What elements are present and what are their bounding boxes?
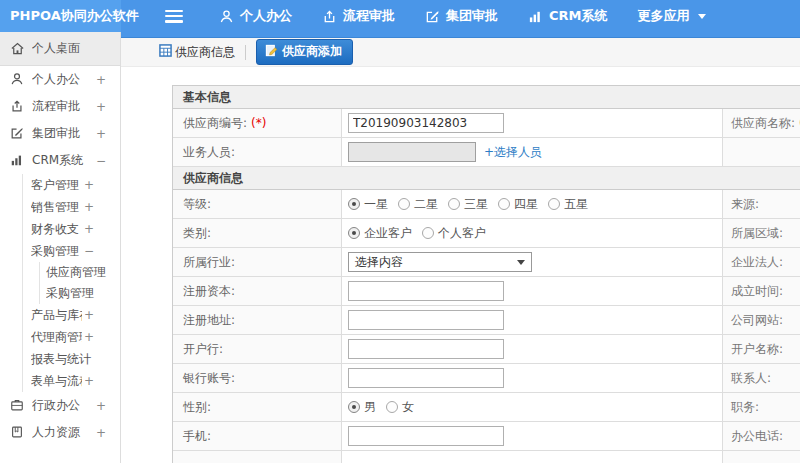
sidebar-item-label: 集团审批: [32, 125, 94, 142]
sidebar-item-label: 财务收支: [31, 221, 82, 238]
registered-address-input[interactable]: [348, 310, 504, 330]
field-label: 手机:: [173, 422, 342, 450]
mobile-input[interactable]: [348, 426, 504, 446]
collapse-icon[interactable]: −: [84, 244, 94, 258]
field-label: 公司网站:: [723, 306, 800, 334]
nav-group-approval[interactable]: 集团审批: [425, 7, 498, 25]
sidebar-item-purchase-management[interactable]: 采购管理 −: [23, 240, 120, 262]
nav-workflow-approval[interactable]: 流程审批: [322, 7, 395, 25]
required-marker: (*): [251, 116, 266, 130]
radio-icon[interactable]: [498, 198, 510, 210]
purchase-submenu: 供应商管理 采购管理: [39, 262, 120, 304]
radio-icon[interactable]: [386, 401, 398, 413]
radio-male[interactable]: 男: [348, 399, 376, 416]
field-label: 联系人:: [723, 364, 800, 392]
supplier-add-form: 基本信息 供应商编号: (*) 供应商名称: (*) 业务人员: +选择人员 供…: [172, 85, 800, 463]
radio-icon[interactable]: [348, 227, 360, 239]
expand-icon[interactable]: +: [84, 222, 94, 236]
bank-account-input[interactable]: [348, 368, 504, 388]
radio-grade-3star[interactable]: 三星: [448, 196, 488, 213]
radio-icon[interactable]: [422, 227, 434, 239]
sidebar-item-reports-statistics[interactable]: 报表与统计: [23, 348, 120, 370]
sidebar-item-finance[interactable]: 财务收支 +: [23, 218, 120, 240]
tab-separator: [245, 45, 246, 60]
tab-supplier-info[interactable]: 供应商信息: [159, 44, 235, 61]
sidebar-item-crm-system[interactable]: CRM系统 −: [0, 147, 120, 174]
field-cell: +选择人员: [342, 138, 723, 166]
radio-icon[interactable]: [398, 198, 410, 210]
form-row-industry: 所属行业: 选择内容 企业法人:: [173, 248, 800, 277]
sidebar-item-personal-desktop[interactable]: 个人桌面: [0, 32, 120, 66]
radio-grade-2star[interactable]: 二星: [398, 196, 438, 213]
collapse-icon[interactable]: −: [96, 154, 106, 168]
sidebar-item-label: 供应商管理: [46, 264, 110, 281]
radio-female[interactable]: 女: [386, 399, 414, 416]
sidebar-item-supplier-management[interactable]: 供应商管理: [40, 262, 120, 283]
field-label: 注册资本:: [173, 277, 342, 305]
expand-icon[interactable]: +: [96, 399, 106, 413]
sidebar-item-purchasing[interactable]: 采购管理: [40, 283, 120, 304]
nav-label: 流程审批: [343, 7, 395, 25]
field-label: [723, 451, 800, 463]
registered-capital-input[interactable]: [348, 281, 504, 301]
tab-supplier-add[interactable]: 供应商添加: [256, 39, 353, 65]
expand-icon[interactable]: +: [84, 200, 94, 214]
sidebar-item-label: CRM系统: [32, 152, 94, 169]
sidebar-item-personal-office[interactable]: 个人办公 +: [0, 66, 120, 93]
sidebar-item-sales-management[interactable]: 销售管理 +: [23, 196, 120, 218]
radio-grade-5star[interactable]: 五星: [548, 196, 588, 213]
radio-icon[interactable]: [548, 198, 560, 210]
field-label: 供应商名称: (*): [723, 109, 800, 137]
field-cell: [342, 109, 723, 137]
sidebar-item-label: 代理商管理: [31, 329, 82, 346]
radio-grade-4star[interactable]: 四星: [498, 196, 538, 213]
home-icon: [10, 41, 25, 56]
radio-icon[interactable]: [348, 198, 360, 210]
caret-down-icon: [517, 260, 525, 265]
radio-icon[interactable]: [448, 198, 460, 210]
tab-bar: 供应商信息 供应商添加: [121, 38, 800, 67]
sidebar-item-agent-management[interactable]: 代理商管理 +: [23, 326, 120, 348]
expand-icon[interactable]: +: [96, 73, 106, 87]
field-label: 业务人员:: [173, 138, 342, 166]
form-row-business-staff: 业务人员: +选择人员: [173, 138, 800, 167]
field-cell: 企业客户 个人客户: [342, 219, 723, 247]
bank-input[interactable]: [348, 339, 504, 359]
field-label: 来源:: [723, 190, 800, 218]
sidebar-item-product-inventory[interactable]: 产品与库存 +: [23, 304, 120, 326]
expand-icon[interactable]: +: [84, 374, 94, 388]
supplier-no-input[interactable]: [348, 113, 504, 133]
sidebar-item-administrative-office[interactable]: 行政办公 +: [0, 392, 120, 419]
sidebar-item-label: 个人桌面: [32, 40, 104, 57]
expand-icon[interactable]: +: [84, 178, 94, 192]
field-cell: [342, 422, 723, 450]
chart-icon: [528, 9, 543, 24]
sidebar-item-human-resources[interactable]: 人力资源 +: [0, 419, 120, 446]
form-row-grade: 等级: 一星 二星 三星 四星 五星 来源:: [173, 190, 800, 219]
sidebar-item-workflow-approval[interactable]: 流程审批 +: [0, 93, 120, 120]
expand-icon[interactable]: +: [96, 100, 106, 114]
radio-enterprise-customer[interactable]: 企业客户: [348, 225, 412, 242]
industry-select[interactable]: 选择内容: [348, 252, 532, 272]
tab-label: 供应商添加: [282, 43, 342, 60]
select-person-link[interactable]: +选择人员: [484, 144, 542, 161]
hamburger-menu-icon[interactable]: [165, 10, 183, 23]
expand-icon[interactable]: +: [84, 330, 94, 344]
radio-icon[interactable]: [348, 401, 360, 413]
expand-icon[interactable]: +: [96, 127, 106, 141]
expand-icon[interactable]: +: [84, 308, 94, 322]
form-row-registered-address: 注册地址: 公司网站:: [173, 306, 800, 335]
sidebar-item-label: 客户管理: [31, 177, 82, 194]
expand-icon[interactable]: +: [96, 426, 106, 440]
radio-individual-customer[interactable]: 个人客户: [422, 225, 486, 242]
radio-grade-1star[interactable]: 一星: [348, 196, 388, 213]
nav-more-apps[interactable]: 更多应用: [638, 7, 706, 25]
form-row-registered-capital: 注册资本: 成立时间:: [173, 277, 800, 306]
share-icon: [10, 99, 25, 114]
sidebar-item-customer-management[interactable]: 客户管理 +: [23, 174, 120, 196]
nav-crm-system[interactable]: CRM系统: [528, 7, 608, 25]
nav-personal-office[interactable]: 个人办公: [219, 7, 292, 25]
field-label: 企业法人:: [723, 248, 800, 276]
sidebar-item-group-approval[interactable]: 集团审批 +: [0, 120, 120, 147]
sidebar-item-form-workflow-settings[interactable]: 表单与流程设置 +: [23, 370, 120, 392]
